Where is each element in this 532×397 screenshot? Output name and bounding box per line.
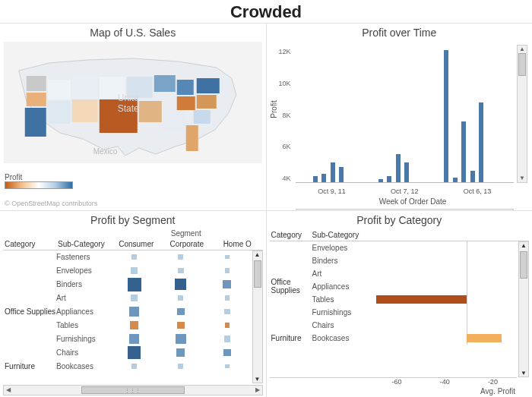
table-row[interactable]: Office SuppliesAppliances xyxy=(270,280,530,293)
row-subcategory: Binders xyxy=(56,280,111,288)
heat-cell xyxy=(111,267,157,273)
scroll-down-icon[interactable]: ▼ xyxy=(253,376,262,383)
time-body[interactable]: Profit 12K 10K 8K 6K 4K xyxy=(270,42,530,209)
row-marks xyxy=(111,254,263,260)
mark-square xyxy=(178,295,183,301)
mark-square xyxy=(225,364,229,368)
col-subcategory[interactable]: Sub-Category xyxy=(56,238,111,250)
table-row[interactable]: Art xyxy=(3,291,263,305)
scroll-up-icon[interactable]: ▲ xyxy=(253,251,262,258)
pane-map: Map of U.S. Sales xyxy=(0,24,267,210)
col-category[interactable]: Category xyxy=(270,231,312,239)
scroll-down-icon[interactable]: ▼ xyxy=(519,370,528,377)
col-subcategory[interactable]: Sub-Category xyxy=(312,231,373,239)
x-tick: -20 xyxy=(488,378,498,386)
col-consumer[interactable]: Consumer xyxy=(111,238,162,250)
table-row[interactable]: Binders xyxy=(3,278,263,291)
bar-area xyxy=(373,254,518,267)
scroll-down-icon[interactable]: ▼ xyxy=(518,175,527,182)
map-legend-label: Profit xyxy=(5,173,73,181)
segment-rows: FastenersEnvelopesBindersArtOffice Suppl… xyxy=(3,250,263,384)
mark-square xyxy=(177,308,185,316)
scroll-left-icon[interactable]: ◀ xyxy=(4,386,13,395)
scroll-thumb[interactable] xyxy=(520,251,527,279)
x-tick: -40 xyxy=(440,378,450,386)
table-row[interactable]: Envelopes xyxy=(270,241,530,254)
table-row[interactable]: Office SuppliesAppliances xyxy=(3,305,263,319)
scroll-thumb[interactable]: ⋮⋮⋮ xyxy=(81,386,185,394)
table-row[interactable]: Fasteners xyxy=(3,250,263,264)
heat-cell xyxy=(111,364,157,370)
svg-rect-7 xyxy=(72,99,98,122)
col-corporate[interactable]: Corporate xyxy=(162,238,213,250)
heat-cell xyxy=(204,278,250,291)
table-row[interactable]: Tables xyxy=(3,319,263,332)
heat-cell xyxy=(157,364,204,370)
row-subcategory: Chairs xyxy=(312,321,373,329)
y-tick: 8K xyxy=(282,112,290,119)
bar xyxy=(321,174,326,182)
pane-profit-time: Profit over Time Profit 12K 10K 8K 6K 4K xyxy=(267,24,533,210)
bar xyxy=(470,171,475,181)
col-homeoffice[interactable]: Home O xyxy=(212,238,263,250)
time-x-groups: Oct 9, 11 Oct 7, 12 Oct 6, 13 xyxy=(296,187,515,195)
heat-cell xyxy=(157,254,204,260)
bar xyxy=(453,178,458,181)
scroll-up-icon[interactable]: ▲ xyxy=(519,242,528,249)
scroll-thumb[interactable] xyxy=(518,53,526,76)
svg-rect-5 xyxy=(48,101,71,124)
table-row[interactable]: Furnishings xyxy=(3,332,263,346)
category-rows: EnvelopesBindersArtOffice SuppliesApplia… xyxy=(270,241,530,378)
bar-area xyxy=(373,306,518,319)
segment-hscroll[interactable]: ◀ ⋮⋮⋮ ▶ xyxy=(3,385,263,395)
x-group: Oct 6, 13 xyxy=(464,187,492,195)
mark-square xyxy=(129,307,140,317)
bar-area xyxy=(373,241,518,254)
row-subcategory: Tables xyxy=(312,295,373,304)
scroll-right-icon[interactable]: ▶ xyxy=(253,386,262,395)
table-row[interactable]: Tables xyxy=(270,293,530,306)
bar-area xyxy=(373,319,518,332)
table-row[interactable]: Binders xyxy=(270,254,530,267)
heat-cell xyxy=(204,334,250,345)
mark-square xyxy=(225,295,230,300)
dashboard: Crowded Map of U.S. Sales xyxy=(0,0,532,397)
bar xyxy=(404,162,409,181)
segment-vscroll[interactable]: ▲ ▼ xyxy=(252,250,263,384)
category-x-label: Avg. Profit xyxy=(270,386,530,395)
row-subcategory: Appliances xyxy=(56,307,111,316)
table-row[interactable]: Chairs xyxy=(3,346,263,360)
bar-area xyxy=(373,280,518,293)
table-row[interactable]: FurnitureBookcases xyxy=(270,332,530,345)
scroll-left-icon[interactable]: ◀ xyxy=(296,210,306,210)
heat-cell xyxy=(157,278,204,291)
map-body[interactable]: Unite State Mexico Profit © OpenStreetMa… xyxy=(3,42,263,209)
row-subcategory: Chairs xyxy=(56,348,111,357)
table-row[interactable]: Furnishings xyxy=(270,306,530,319)
table-row[interactable]: Envelopes xyxy=(3,264,263,278)
bar xyxy=(396,154,401,181)
time-hscroll[interactable]: ◀ ⋮⋮⋮ ▶ xyxy=(296,209,515,210)
heat-cell xyxy=(111,307,157,317)
mark-square xyxy=(178,364,183,369)
time-bars-area xyxy=(296,45,515,183)
time-vscroll[interactable]: ▲ ▼ xyxy=(517,45,527,183)
segment-super-header: Segment xyxy=(3,229,263,238)
category-vscroll[interactable]: ▲ ▼ xyxy=(518,241,529,378)
row-marks xyxy=(111,295,263,301)
scroll-thumb[interactable] xyxy=(254,260,261,288)
col-category[interactable]: Category xyxy=(3,238,56,250)
heat-cell xyxy=(157,295,204,301)
svg-rect-12 xyxy=(154,75,176,92)
mark-square xyxy=(131,364,138,370)
x-tick: -60 xyxy=(392,378,402,386)
scroll-up-icon[interactable]: ▲ xyxy=(518,46,527,53)
svg-rect-3 xyxy=(25,108,46,137)
table-row[interactable]: FurnitureBookcases xyxy=(3,360,263,373)
bar xyxy=(378,179,383,182)
scroll-right-icon[interactable]: ▶ xyxy=(504,210,513,210)
heat-cell xyxy=(157,307,204,317)
table-row[interactable]: Chairs xyxy=(270,319,530,332)
bar xyxy=(479,102,483,182)
heat-cell xyxy=(157,334,204,345)
